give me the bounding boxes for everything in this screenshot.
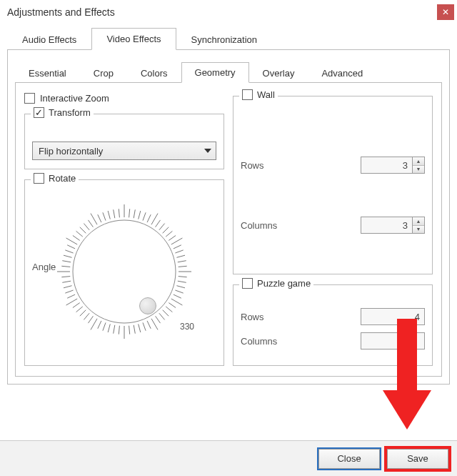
geometry-right-column: Wall Rows ▲ ▼ — [233, 93, 433, 366]
geometry-panel: Interactive Zoom Transform Flip horizont… — [15, 83, 442, 377]
svg-line-16 — [176, 255, 185, 257]
svg-line-28 — [163, 310, 169, 317]
puzzle-rows-spinner[interactable]: ▲▼ — [361, 308, 425, 325]
wall-cols-label: Columns — [241, 220, 277, 231]
wall-rows-down[interactable]: ▼ — [413, 166, 424, 174]
tab-audio-effects[interactable]: Audio Effects — [7, 29, 91, 50]
transform-checkbox[interactable] — [34, 107, 44, 118]
svg-line-70 — [108, 211, 110, 219]
svg-line-40 — [108, 324, 110, 332]
svg-line-23 — [175, 290, 183, 293]
svg-line-69 — [103, 212, 106, 220]
svg-line-50 — [67, 294, 75, 298]
close-button-label: Close — [337, 453, 361, 464]
save-button-label: Save — [407, 453, 428, 464]
svg-line-14 — [174, 245, 181, 249]
wall-rows-spinner[interactable]: ▲ ▼ — [361, 157, 425, 174]
svg-line-63 — [76, 231, 83, 237]
subtab-essential[interactable]: Essential — [15, 63, 80, 83]
svg-line-71 — [114, 209, 115, 218]
svg-line-49 — [66, 299, 78, 305]
svg-line-2 — [129, 209, 130, 217]
save-button[interactable]: Save — [387, 449, 448, 469]
tab-video-effects[interactable]: Video Effects — [91, 28, 176, 50]
svg-line-64 — [80, 227, 86, 234]
svg-line-17 — [178, 261, 186, 262]
svg-line-42 — [98, 321, 101, 329]
svg-line-58 — [64, 255, 72, 257]
wall-cols-up[interactable]: ▲ — [413, 217, 424, 226]
svg-line-65 — [84, 224, 89, 230]
puzzle-checkbox[interactable] — [242, 278, 253, 289]
wall-group: Wall Rows ▲ ▼ — [233, 96, 433, 274]
wall-rows-input[interactable] — [361, 157, 412, 174]
interactive-zoom-row: Interactive Zoom — [24, 93, 224, 104]
wall-cols-down[interactable]: ▼ — [413, 226, 424, 234]
svg-point-0 — [73, 220, 176, 323]
transform-combo[interactable]: Flip horizontally — [32, 142, 216, 160]
svg-line-38 — [119, 326, 119, 334]
svg-line-68 — [98, 214, 101, 222]
dial-knob[interactable] — [139, 297, 156, 314]
puzzle-cols-input[interactable] — [361, 332, 425, 349]
subtab-geometry[interactable]: Geometry — [181, 62, 249, 83]
window-close-button[interactable]: ✕ — [437, 4, 454, 20]
svg-line-66 — [89, 220, 94, 227]
wall-rows-up[interactable]: ▲ — [413, 157, 424, 166]
tab-synchronization[interactable]: Synchronization — [176, 29, 273, 50]
dial-icon — [53, 200, 196, 343]
svg-line-53 — [62, 281, 71, 282]
svg-line-60 — [67, 245, 75, 249]
puzzle-label: Puzzle game — [257, 278, 311, 289]
video-effects-panel: Essential Crop Colors Geometry Overlay A… — [7, 50, 450, 385]
subtab-advanced[interactable]: Advanced — [308, 63, 376, 83]
svg-line-51 — [65, 290, 73, 293]
puzzle-cols-spinner[interactable]: ▲▼ — [361, 332, 425, 349]
interactive-zoom-checkbox[interactable] — [24, 93, 35, 104]
svg-line-62 — [73, 236, 80, 241]
svg-line-48 — [73, 303, 80, 308]
svg-line-43 — [91, 319, 97, 330]
wall-cols-spinner[interactable]: ▲ ▼ — [361, 217, 425, 234]
svg-line-36 — [129, 326, 130, 334]
svg-line-4 — [139, 211, 141, 219]
svg-line-34 — [139, 324, 141, 332]
close-button[interactable]: Close — [318, 449, 380, 469]
puzzle-rows-input[interactable] — [361, 308, 425, 325]
wall-cols-input[interactable] — [361, 217, 412, 234]
svg-line-39 — [114, 325, 115, 334]
transform-label: Transform — [49, 107, 91, 118]
wall-checkbox[interactable] — [242, 89, 253, 100]
svg-line-57 — [62, 261, 71, 262]
svg-line-31 — [151, 319, 158, 330]
svg-line-5 — [143, 212, 146, 220]
svg-line-30 — [156, 316, 161, 323]
svg-line-7 — [151, 214, 158, 225]
svg-line-54 — [61, 277, 70, 277]
svg-line-25 — [171, 299, 183, 305]
svg-line-12 — [169, 236, 176, 241]
puzzle-rows-label: Rows — [241, 312, 264, 322]
dial-tick-label: 330 — [180, 322, 194, 332]
rotate-label: Rotate — [49, 173, 76, 184]
rotate-checkbox[interactable] — [34, 173, 44, 184]
svg-line-41 — [103, 322, 106, 330]
svg-line-21 — [178, 281, 186, 282]
subtab-overlay[interactable]: Overlay — [249, 63, 308, 83]
angle-dial[interactable]: 330 — [53, 200, 196, 343]
svg-line-6 — [147, 214, 151, 222]
svg-line-44 — [89, 316, 94, 323]
svg-line-46 — [80, 310, 86, 317]
subtab-crop[interactable]: Crop — [80, 63, 127, 83]
svg-line-18 — [179, 266, 187, 267]
subtab-colors[interactable]: Colors — [127, 63, 181, 83]
svg-line-47 — [76, 307, 83, 312]
svg-line-59 — [65, 250, 73, 253]
wall-rows-label: Rows — [241, 160, 264, 171]
svg-line-3 — [134, 209, 135, 218]
close-icon: ✕ — [442, 7, 449, 17]
transform-group: Transform Flip horizontally — [24, 114, 224, 169]
svg-line-22 — [176, 286, 185, 288]
dialog-buttons: Close Save — [0, 440, 457, 476]
svg-line-20 — [179, 277, 187, 277]
